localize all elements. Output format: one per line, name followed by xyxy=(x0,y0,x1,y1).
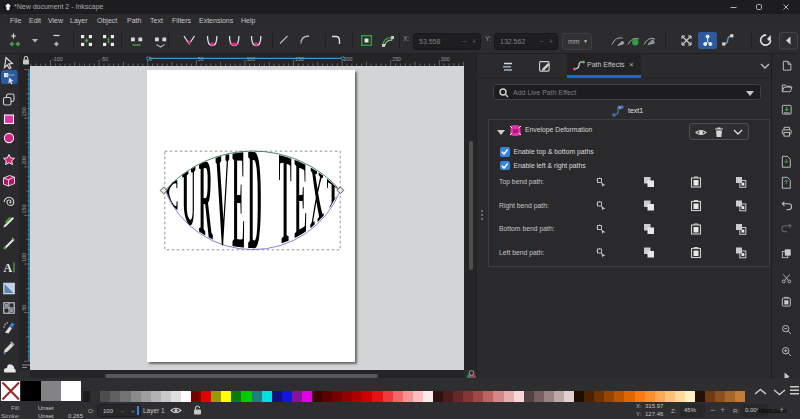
svg-text:250: 250 xyxy=(392,56,401,62)
svg-text:100: 100 xyxy=(21,253,27,262)
svg-text:150: 150 xyxy=(21,205,27,214)
svg-text:0: 0 xyxy=(149,56,152,62)
svg-text:-50: -50 xyxy=(101,56,109,62)
svg-text:50: 50 xyxy=(198,56,204,62)
svg-text:150: 150 xyxy=(295,56,304,62)
svg-text:50: 50 xyxy=(21,305,27,311)
svg-text:250: 250 xyxy=(21,107,27,116)
svg-text:200: 200 xyxy=(21,156,27,165)
svg-text:300: 300 xyxy=(441,56,450,62)
svg-text:-100: -100 xyxy=(52,56,63,62)
svg-text:100: 100 xyxy=(246,56,255,62)
svg-text:200: 200 xyxy=(344,56,353,62)
svg-text:A: A xyxy=(4,261,13,275)
